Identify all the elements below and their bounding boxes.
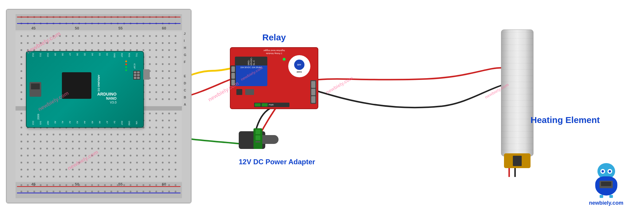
breadboard-numbers-bottom: 45 50 55 60 (22, 182, 176, 186)
relay-top-text: high/low level trigger (263, 49, 285, 52)
heater-connector-bottom (504, 153, 531, 168)
relay-label: Relay (262, 32, 286, 42)
owl-foot-left (599, 195, 603, 198)
owl-body (595, 176, 617, 196)
arduino-label-block: ARDUINO CC ARDUINO NANO V3.0 (97, 75, 116, 104)
owl-laptop (599, 181, 613, 188)
relay-screw-terminals (310, 80, 316, 104)
relay-blue-component: SRD-05VDC-SL-C 10A 30VDC 10A 28VAC (235, 57, 267, 86)
arduino-year: 2009 (37, 114, 40, 120)
arduino-brand: ARDUINO CC (97, 75, 100, 92)
heating-element-container: newbiely.com (486, 29, 551, 171)
arduino-usb-port (143, 69, 150, 80)
power-adapter-label: 12V DC Power Adapter (239, 158, 315, 166)
breadboard-letters-right: J I H G F - E D C B A (184, 32, 186, 106)
watermark-center-2: newbiely.com (325, 75, 354, 95)
relay-small-comp-2 (245, 89, 254, 95)
site-label: newbiely.com (589, 200, 623, 206)
icsp-header (133, 71, 140, 80)
arduino-nano: D12 D11 D10 D9 D8 D7 D6 D5 D4 D3 D2 GND … (26, 51, 144, 128)
arduino-model: NANO (97, 96, 116, 101)
heater-wire-black (514, 168, 516, 177)
arduino-icsp-label: ICSP (133, 63, 140, 80)
adapter-tip (262, 135, 279, 144)
arduino-usb-icon (29, 82, 41, 97)
relay-small-comp-1 (236, 89, 242, 95)
diagram-container: 45 50 55 60 45 50 55 60 J I H G F - E (0, 0, 644, 215)
arduino-version: V3.0 (97, 101, 116, 104)
led-rx (125, 63, 127, 65)
relay-left-terminals (230, 65, 236, 86)
diyables-owl-logo: newbiely.com (589, 163, 623, 206)
heater-wire-red (508, 168, 510, 177)
pin-row-top: D12 D11 D10 D9 D8 D7 D6 D5 D4 D3 D2 GND … (29, 53, 140, 58)
led-pwr (125, 66, 127, 68)
relay-module-container: Relay high/low level trigger 1 Relay Mod… (230, 47, 318, 115)
owl-eye-right (607, 169, 612, 174)
arduino-chip (62, 72, 91, 99)
owl-foot-right (609, 195, 613, 198)
pin-row-bottom: D13 3V3 REF A0 A1 A2 A3 A4 A5 A6 A7 5V R… (29, 121, 140, 126)
heating-element-label: Heating Element (531, 115, 600, 125)
relay-bottom-connector: PWR (254, 103, 289, 107)
power-adapter-body (239, 127, 280, 153)
arduino-leds (125, 60, 127, 71)
heater-main-body (501, 29, 533, 156)
arduino-name: ARDUINO (97, 92, 116, 96)
power-adapter-container: 12V DC Power Adapter (239, 127, 315, 166)
relay-led (283, 58, 285, 60)
owl-eye-left (600, 169, 605, 174)
led-l (125, 69, 127, 71)
breadboard: 45 50 55 60 45 50 55 60 J I H G F - E (6, 9, 192, 203)
relay-diyables-logo: DIY ables (288, 55, 310, 77)
breadboard-numbers-top: 45 50 55 60 (22, 26, 176, 30)
led-tx (125, 60, 127, 62)
owl-figure (593, 163, 620, 196)
relay-body: high/low level trigger 1 Relay Module SR… (230, 47, 318, 109)
relay-module-text: 1 Relay Module (266, 52, 282, 55)
adapter-green-terminal (253, 128, 262, 149)
